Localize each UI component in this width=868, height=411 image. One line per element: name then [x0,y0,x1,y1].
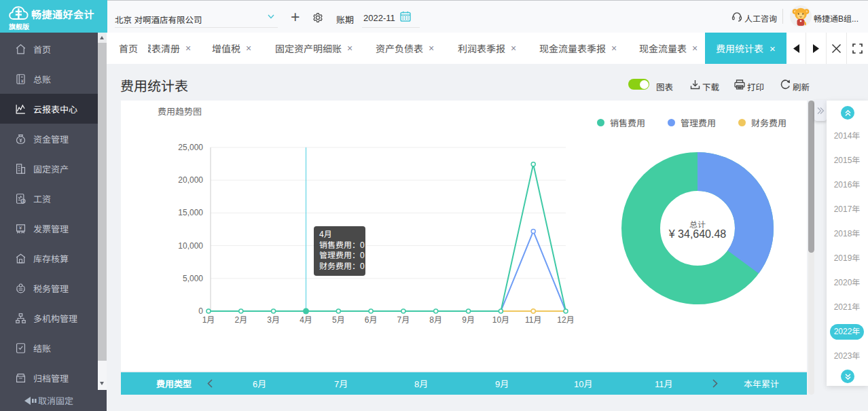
svg-text:0: 0 [198,306,203,316]
svg-text:3月: 3月 [267,315,280,325]
svg-text:15,000: 15,000 [178,208,203,217]
svg-text:5,000: 5,000 [183,274,203,283]
svg-text:11月: 11月 [525,315,541,325]
svg-text:10月: 10月 [492,315,509,325]
svg-text:20,000: 20,000 [178,175,203,185]
svg-text:1月: 1月 [202,315,215,325]
svg-text:25,000: 25,000 [178,143,203,152]
svg-text:¥: ¥ [22,199,24,203]
svg-text:¥: ¥ [19,225,22,231]
svg-text:¥: ¥ [21,79,24,84]
svg-text:8月: 8月 [429,315,442,325]
svg-text:2月: 2月 [234,315,247,325]
svg-text:6月: 6月 [365,315,378,325]
svg-text:12月: 12月 [557,315,574,325]
svg-text:7月: 7月 [397,315,410,325]
svg-text:10,000: 10,000 [178,241,203,251]
svg-text:9月: 9月 [462,315,475,325]
svg-text:5月: 5月 [332,315,345,325]
svg-text:4月: 4月 [300,315,312,325]
